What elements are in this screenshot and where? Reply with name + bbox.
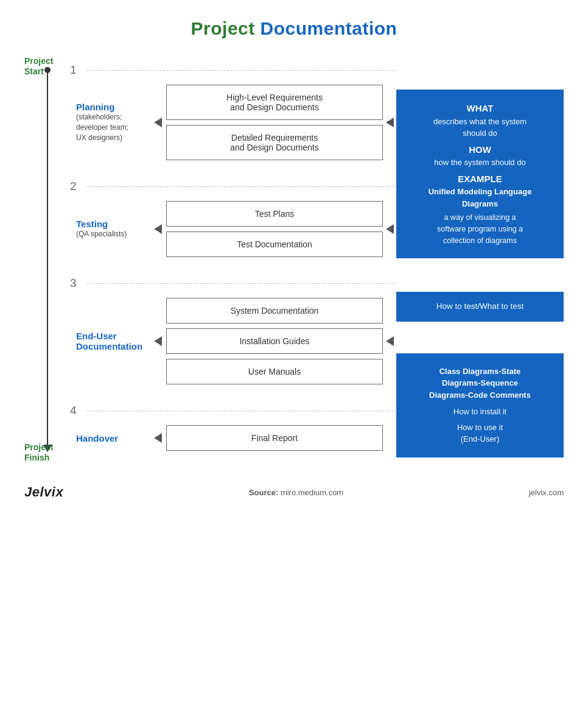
doc-installation-guides: Installation Guides — [166, 328, 383, 354]
what-label: WHAT — [407, 102, 553, 116]
step-4: 4 Handover Final Report — [70, 397, 396, 463]
step-2-desc-box: How to test/What to test — [396, 292, 564, 321]
step-1-right-arrow — [383, 118, 396, 127]
step-3-docs: System Documentation Installation Guides… — [166, 298, 383, 384]
step-4-role-name: Handover — [76, 433, 149, 443]
step-2-arrow — [149, 224, 166, 234]
step-4-docs: Final Report — [166, 425, 383, 451]
step-3-arrow — [149, 336, 166, 346]
rdesc-gap-2 — [396, 258, 564, 292]
footer-source-label: Source: — [249, 488, 278, 497]
step-3-desc-install: How to install it — [407, 406, 553, 418]
footer-brand: Jelvix — [24, 484, 63, 500]
project-start-text: ProjectStart — [24, 56, 54, 77]
step-1-role-name: Planning — [76, 102, 149, 112]
rdesc-gap-3 — [396, 322, 564, 353]
step-1-number: 1 — [70, 63, 82, 77]
step-1-divider — [87, 70, 396, 71]
step-2-number: 2 — [70, 180, 82, 193]
page-wrapper: Project Documentation ProjectStart Proje… — [0, 0, 588, 703]
step-3-desc-class-diagrams: Class Diagrams-StateDiagrams-SequenceDia… — [407, 366, 553, 401]
step-3-divider — [87, 283, 396, 284]
right-descriptions-column: WHAT describes what the systemshould do … — [396, 56, 564, 463]
step-2-role-name: Testing — [76, 219, 149, 229]
doc-detailed-requirements: Detailed Requirementsand Design Document… — [166, 125, 383, 160]
step-3-desc-use: How to use it(End-User) — [407, 422, 553, 445]
step-1-role-sub: (stakeholders;developer team;UX designer… — [76, 112, 149, 143]
example-title: Unified Modeling LanguageDiagrams — [407, 186, 553, 210]
title-suffix: Documentation — [261, 18, 397, 38]
doc-test-documentation: Test Documentation — [166, 231, 383, 257]
timeline-column: ProjectStart ProjectFinish — [24, 56, 70, 463]
step-2-divider — [87, 186, 396, 187]
step-1-docs: High-Level Requirementsand Design Docume… — [166, 85, 383, 160]
rdesc-empty-4 — [396, 457, 564, 464]
step-1-right-arrow-icon — [386, 118, 394, 127]
steps-area: 1 Planning (stakeholders;developer team;… — [70, 56, 396, 463]
step-4-arrow — [149, 433, 166, 443]
project-start-label: ProjectStart — [24, 56, 54, 77]
step-1-role: Planning (stakeholders;developer team;UX… — [76, 102, 149, 143]
step-2-right-arrow-icon — [386, 224, 394, 234]
step-1-arrow — [149, 118, 166, 127]
timeline-line — [47, 68, 48, 445]
step-3-desc-box: Class Diagrams-StateDiagrams-SequenceDia… — [396, 353, 564, 457]
project-finish-text: ProjectFinish — [24, 442, 54, 463]
step-3-right-arrow-icon — [386, 336, 394, 346]
project-finish-label: ProjectFinish — [24, 442, 54, 463]
step-2: 2 Testing (QA specialists) Test Plans Te… — [70, 172, 396, 269]
step-1-arrow-icon — [154, 118, 162, 127]
step-4-role: Handover — [76, 433, 149, 443]
step-1-desc-box: WHAT describes what the systemshould do … — [396, 90, 564, 258]
how-label: HOW — [407, 143, 553, 157]
doc-user-manuals: User Manuals — [166, 359, 383, 384]
content-area: ProjectStart ProjectFinish 1 Planning (s… — [24, 56, 564, 463]
example-text: a way of visualizing asoftware program u… — [407, 212, 553, 246]
step-3-arrow-icon — [154, 336, 162, 346]
step-2-arrow-icon — [154, 224, 162, 234]
what-text: describes what the systemshould do — [407, 116, 553, 140]
step-2-right-arrow — [383, 224, 396, 234]
step-4-number: 4 — [70, 404, 82, 417]
footer-source: Source: miro.medium.com — [249, 488, 343, 497]
footer: Jelvix Source: miro.medium.com jelvix.co… — [24, 481, 564, 500]
doc-final-report: Final Report — [166, 425, 383, 451]
step-4-divider — [87, 411, 396, 411]
doc-system-documentation: System Documentation — [166, 298, 383, 323]
rdesc-gap-1 — [396, 56, 564, 90]
step-3-right-arrow — [383, 336, 396, 346]
step-3: 3 End-UserDocumentation System Documenta… — [70, 269, 396, 397]
step-2-role: Testing (QA specialists) — [76, 219, 149, 239]
step-3-number: 3 — [70, 277, 82, 290]
doc-test-plans: Test Plans — [166, 201, 383, 227]
title-prefix: Project — [191, 18, 261, 38]
how-text: how the system should do — [407, 157, 553, 169]
step-1: 1 Planning (stakeholders;developer team;… — [70, 56, 396, 172]
doc-high-level-requirements: High-Level Requirementsand Design Docume… — [166, 85, 383, 120]
example-label: EXAMPLE — [407, 172, 553, 186]
step-2-role-sub: (QA specialists) — [76, 229, 149, 239]
step-2-desc-text: How to test/What to test — [436, 302, 523, 311]
step-4-arrow-icon — [154, 433, 162, 443]
step-2-docs: Test Plans Test Documentation — [166, 201, 383, 257]
page-title: Project Documentation — [191, 18, 397, 38]
step-3-role-name: End-UserDocumentation — [76, 331, 149, 352]
footer-website: jelvix.com — [529, 488, 564, 497]
footer-source-url: miro.medium.com — [281, 488, 343, 497]
step-3-role: End-UserDocumentation — [76, 331, 149, 352]
